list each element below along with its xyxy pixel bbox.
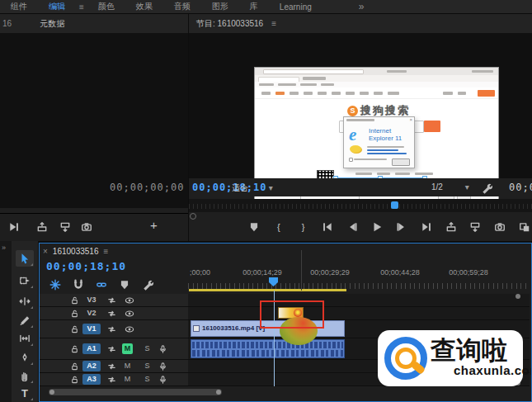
export-frame-icon[interactable] <box>492 220 507 234</box>
v-scrollbar-top-grip[interactable] <box>516 294 520 299</box>
h-scrollbar-right-grip[interactable] <box>216 390 221 395</box>
selection-tool-icon[interactable] <box>16 250 34 267</box>
track-target-v3[interactable]: V3 <box>82 295 101 305</box>
solo-button[interactable]: S <box>142 374 153 385</box>
program-playhead-marker[interactable] <box>391 201 398 209</box>
program-scrubber[interactable] <box>189 199 532 212</box>
track-target-v2[interactable]: V2 <box>82 308 101 319</box>
workspace-tab-editing[interactable]: 编辑 <box>38 1 76 12</box>
h-scrollbar-left-grip[interactable] <box>49 390 54 395</box>
sync-lock-icon[interactable] <box>107 309 116 318</box>
workspace-tab-effects[interactable]: 效果 <box>125 1 163 12</box>
track-visibility-eye-icon[interactable] <box>125 309 134 319</box>
voiceover-mic-icon[interactable] <box>158 362 167 371</box>
workspace-overflow-chevron[interactable]: » <box>355 1 368 12</box>
workspace-tab-audio[interactable]: 音频 <box>163 1 201 12</box>
linked-selection-icon[interactable] <box>94 277 109 292</box>
sync-lock-icon[interactable] <box>107 375 116 384</box>
lift-icon[interactable] <box>35 220 49 234</box>
play-button-icon[interactable] <box>370 220 384 234</box>
timeline-tab-close-icon[interactable]: × <box>43 247 48 256</box>
clip-fx-badge-icon <box>193 325 200 332</box>
timeline-h-scrollbar[interactable] <box>49 389 222 395</box>
mute-button[interactable]: M <box>122 374 133 385</box>
track-lane-v3[interactable] <box>188 294 530 306</box>
mute-button[interactable]: M <box>122 343 133 354</box>
pen-tool-icon[interactable] <box>16 349 34 366</box>
program-panel-menu-icon[interactable]: ≡ <box>263 19 276 28</box>
goto-out-icon[interactable] <box>419 220 434 234</box>
razor-tool-icon[interactable] <box>16 312 34 329</box>
timeline-timecode[interactable]: 00;00;18;10 <box>46 260 126 272</box>
step-back-icon[interactable] <box>345 220 360 234</box>
solo-button[interactable]: S <box>142 343 153 354</box>
solo-button[interactable]: S <box>142 361 153 371</box>
track-lock-icon[interactable] <box>70 309 79 318</box>
track-lock-icon[interactable] <box>70 362 79 371</box>
source-panel-tabs: 16 元数据 <box>0 14 188 34</box>
workspace-menu-icon[interactable]: ≡ <box>76 2 87 12</box>
tab-partial[interactable]: 16 <box>0 19 12 28</box>
sync-lock-icon[interactable] <box>107 324 116 333</box>
resolution-dropdown[interactable]: 1/2 ▾ <box>431 182 469 192</box>
scrubber-left-grip[interactable] <box>190 213 196 220</box>
tab-metadata[interactable]: 元数据 <box>12 18 64 30</box>
track-target-a3[interactable]: A3 <box>82 374 101 385</box>
audio-clip[interactable] <box>191 339 345 358</box>
track-lock-icon[interactable] <box>70 344 79 353</box>
workspace-tab-color[interactable]: 颜色 <box>87 1 125 12</box>
track-lock-icon[interactable] <box>70 296 79 305</box>
hand-tool-icon[interactable] <box>16 367 34 384</box>
track-target-v1[interactable]: V1 <box>82 324 101 334</box>
timeline-add-marker-icon[interactable] <box>117 277 132 292</box>
track-lock-icon[interactable] <box>70 375 79 384</box>
extract-icon[interactable] <box>468 220 483 234</box>
track-visibility-eye-icon[interactable] <box>125 296 134 305</box>
add-button-icon[interactable]: + <box>150 218 158 232</box>
comparison-view-icon[interactable] <box>517 220 532 234</box>
slip-tool-icon[interactable] <box>16 330 34 347</box>
voiceover-mic-icon[interactable] <box>158 375 167 384</box>
program-monitor-screen[interactable]: S 搜狗搜索 × e Internet Explorer 11 <box>189 33 532 178</box>
source-timecode[interactable]: 00;00;00;00 <box>110 182 184 193</box>
export-frame-icon[interactable] <box>79 220 94 234</box>
workspace-tab-assembly[interactable]: 组件 <box>0 1 38 12</box>
track-lane-v2[interactable] <box>188 307 530 319</box>
snap-magnet-icon[interactable] <box>71 277 86 292</box>
sync-lock-icon[interactable] <box>107 296 116 305</box>
voiceover-mic-icon[interactable] <box>158 344 167 353</box>
program-panel-title[interactable]: 节目: 1610033516 <box>189 18 263 30</box>
workspace-tab-learning[interactable]: Learning <box>269 2 322 12</box>
panel-collapse-chevron[interactable]: » <box>2 244 6 252</box>
insert-as-nest-icon[interactable] <box>48 277 63 292</box>
timeline-settings-wrench-icon[interactable] <box>140 277 155 292</box>
step-forward-icon[interactable] <box>394 220 409 234</box>
workspace-tab-libraries[interactable]: 库 <box>239 1 269 12</box>
workspace-tab-graphics[interactable]: 图形 <box>201 1 239 12</box>
goto-in-icon[interactable] <box>320 220 335 234</box>
program-duration-timecode[interactable]: 00;00 <box>509 182 532 193</box>
track-visibility-eye-icon[interactable] <box>125 324 134 334</box>
mute-button[interactable]: M <box>122 361 133 371</box>
mark-out-icon[interactable]: } <box>296 220 311 234</box>
timeline-ruler[interactable]: ;00;00 00;00;14;29 00;00;29;29 00;00;44;… <box>188 263 530 291</box>
extract-icon[interactable] <box>58 220 73 234</box>
fit-dropdown[interactable]: 适合 ▾ <box>232 182 273 194</box>
add-marker-icon[interactable] <box>247 220 261 234</box>
track-lock-icon[interactable] <box>70 324 79 333</box>
monitor-settings-wrench-icon[interactable] <box>479 181 494 196</box>
timeline-panel-menu-icon[interactable]: ≡ <box>103 247 108 256</box>
track-select-forward-tool-icon[interactable] <box>16 272 34 289</box>
lift-icon[interactable] <box>444 220 459 234</box>
sync-lock-icon[interactable] <box>107 362 116 371</box>
type-tool-icon[interactable]: T <box>16 385 34 401</box>
track-target-a1[interactable]: A1 <box>82 343 101 354</box>
work-area-bar[interactable] <box>189 289 346 291</box>
source-monitor-screen[interactable]: 00;00;00;00 <box>0 33 188 208</box>
timeline-tab[interactable]: × 1610033516 ≡ <box>43 245 108 257</box>
ripple-edit-tool-icon[interactable] <box>16 293 34 310</box>
track-target-a2[interactable]: A2 <box>82 361 101 371</box>
mark-in-icon[interactable]: { <box>271 220 286 234</box>
sync-lock-icon[interactable] <box>107 344 116 353</box>
goto-out-icon[interactable] <box>7 220 21 234</box>
